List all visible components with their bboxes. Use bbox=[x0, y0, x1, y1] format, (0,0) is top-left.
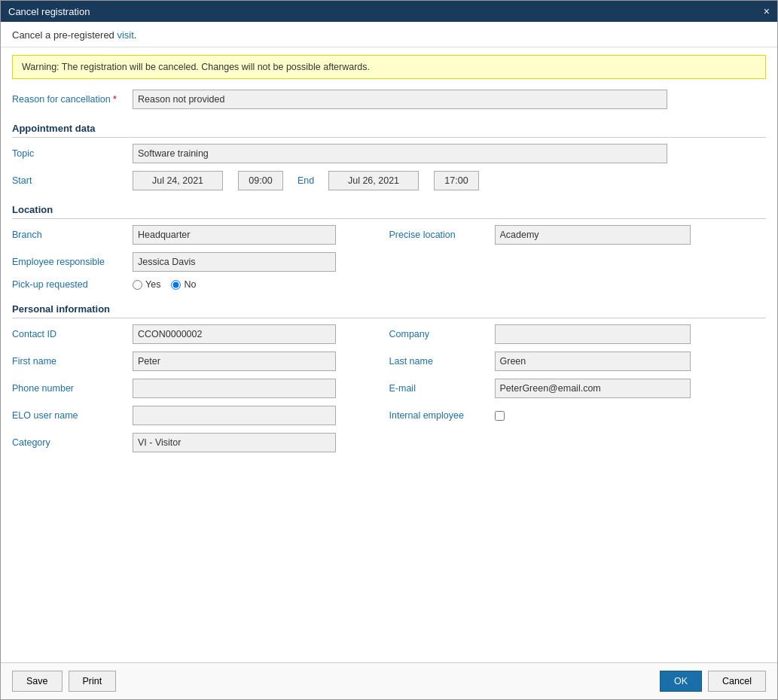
last-name-col: Last name bbox=[389, 352, 767, 371]
company-label: Company bbox=[389, 329, 495, 339]
email-col: E-mail bbox=[389, 379, 767, 398]
employee-input bbox=[133, 252, 336, 272]
dialog-content: Warning: The registration will be cancel… bbox=[1, 47, 777, 662]
subtitle-bar: Cancel a pre-registered visit. bbox=[1, 22, 777, 47]
end-label: End bbox=[297, 175, 314, 186]
contact-id-col: Contact ID bbox=[12, 324, 389, 344]
category-row: Category bbox=[12, 433, 766, 452]
branch-label: Branch bbox=[12, 230, 133, 240]
phone-email-row: Phone number E-mail bbox=[12, 379, 766, 398]
dialog-footer: Save Print OK Cancel bbox=[1, 662, 777, 699]
title-bar: Cancel registration × bbox=[1, 1, 777, 22]
footer-left-buttons: Save Print bbox=[12, 671, 116, 692]
precise-location-input bbox=[495, 225, 691, 245]
start-time-input bbox=[238, 171, 283, 190]
topic-row: Topic bbox=[12, 144, 766, 163]
footer-right-buttons: OK Cancel bbox=[660, 671, 766, 692]
pickup-row: Pick-up requested Yes No bbox=[12, 279, 766, 290]
warning-box: Warning: The registration will be cancel… bbox=[12, 55, 766, 79]
first-name-input bbox=[133, 352, 336, 371]
phone-input bbox=[133, 379, 336, 398]
phone-col: Phone number bbox=[12, 379, 389, 398]
internal-label: Internal employee bbox=[389, 410, 495, 421]
pickup-yes-radio[interactable] bbox=[133, 280, 142, 290]
branch-input bbox=[133, 225, 336, 245]
elo-internal-row: ELO user name Internal employee bbox=[12, 406, 766, 425]
end-date-input bbox=[328, 171, 419, 190]
end-time-input bbox=[434, 171, 479, 190]
cancellation-input[interactable] bbox=[133, 90, 667, 109]
internal-col: Internal employee bbox=[389, 410, 767, 421]
dialog-title: Cancel registration bbox=[8, 6, 90, 17]
contact-id-input bbox=[133, 324, 336, 344]
employee-label: Employee responsible bbox=[12, 257, 133, 267]
first-name-col: First name bbox=[12, 352, 389, 371]
elo-label: ELO user name bbox=[12, 410, 133, 421]
precise-location-label: Precise location bbox=[389, 230, 495, 240]
company-col: Company bbox=[389, 324, 767, 344]
save-button[interactable]: Save bbox=[12, 671, 63, 692]
elo-col: ELO user name bbox=[12, 406, 389, 425]
visit-link[interactable]: visit bbox=[117, 29, 133, 41]
precise-location-col: Precise location bbox=[389, 225, 767, 245]
cancellation-row: Reason for cancellation bbox=[12, 90, 766, 109]
print-button[interactable]: Print bbox=[69, 671, 117, 692]
subtitle-text: Cancel a pre-registered visit. bbox=[12, 29, 136, 41]
cancel-registration-dialog: Cancel registration × Cancel a pre-regis… bbox=[0, 0, 778, 700]
phone-label: Phone number bbox=[12, 383, 133, 394]
topic-input bbox=[133, 144, 667, 163]
first-name-label: First name bbox=[12, 356, 133, 367]
section-location: Location bbox=[12, 198, 766, 219]
warning-text: Warning: The registration will be cancel… bbox=[22, 62, 370, 72]
internal-checkbox[interactable] bbox=[495, 411, 505, 421]
email-input bbox=[495, 379, 691, 398]
branch-row: Branch Precise location bbox=[12, 225, 766, 245]
category-input bbox=[133, 433, 336, 452]
section-personal: Personal information bbox=[12, 297, 766, 318]
start-date-input bbox=[133, 171, 223, 190]
close-button[interactable]: × bbox=[764, 5, 770, 17]
pickup-no-radio[interactable] bbox=[171, 280, 181, 290]
pickup-no-text: No bbox=[184, 279, 196, 290]
pickup-yes-text: Yes bbox=[145, 279, 160, 290]
last-name-label: Last name bbox=[389, 356, 495, 367]
pickup-radio-group: Yes No bbox=[133, 279, 196, 290]
name-row: First name Last name bbox=[12, 352, 766, 371]
last-name-input bbox=[495, 352, 691, 371]
contact-company-row: Contact ID Company bbox=[12, 324, 766, 344]
ok-button[interactable]: OK bbox=[660, 671, 702, 692]
topic-label: Topic bbox=[12, 148, 133, 159]
contact-id-label: Contact ID bbox=[12, 329, 133, 339]
internal-checkbox-group bbox=[495, 411, 505, 421]
cancellation-label: Reason for cancellation bbox=[12, 94, 133, 105]
pickup-yes-label[interactable]: Yes bbox=[133, 279, 160, 290]
employee-row: Employee responsible bbox=[12, 252, 766, 272]
cancel-button[interactable]: Cancel bbox=[708, 671, 766, 692]
category-label: Category bbox=[12, 437, 133, 448]
pickup-label: Pick-up requested bbox=[12, 279, 133, 290]
datetime-row: Start End bbox=[12, 171, 766, 190]
section-appointment: Appointment data bbox=[12, 117, 766, 138]
branch-col: Branch bbox=[12, 225, 389, 245]
elo-input bbox=[133, 406, 336, 425]
company-input bbox=[495, 324, 691, 344]
pickup-no-label[interactable]: No bbox=[171, 279, 196, 290]
email-label: E-mail bbox=[389, 383, 495, 394]
start-label: Start bbox=[12, 175, 133, 186]
